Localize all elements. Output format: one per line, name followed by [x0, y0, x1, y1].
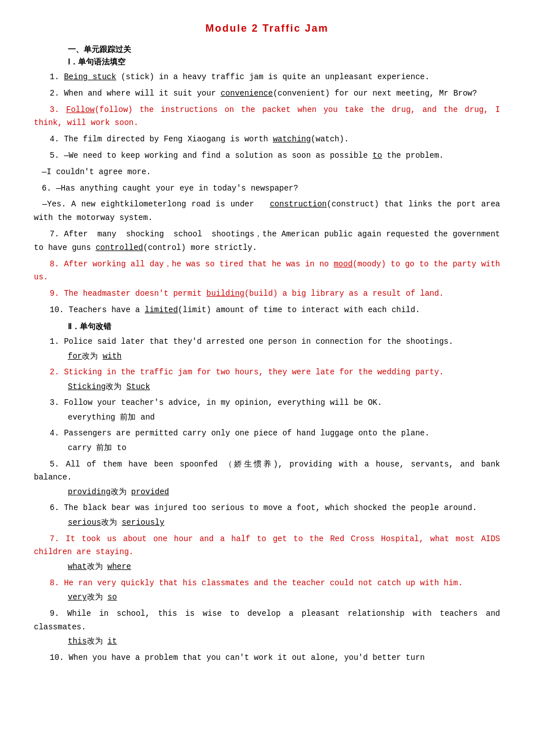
list-item: 1. Being stuck (stick) in a heavy traffi…: [34, 71, 500, 84]
correction-line: serious改为 seriously: [68, 516, 500, 529]
list-item: 6. —Has anything caught your eye in toda…: [34, 182, 500, 196]
list-item: 5. —We need to keep working and find a s…: [34, 149, 500, 163]
section2-subheader: Ⅱ．单句改错: [68, 322, 500, 332]
section2-items: 1. Police said later that they'd arreste…: [34, 335, 500, 665]
correction-line: this改为 it: [68, 635, 500, 647]
list-item: —Yes. A new eightkilometerlong road is u…: [34, 198, 500, 225]
correction-line: everything 前加 and: [68, 411, 500, 424]
page-title: Module 2 Traffic Jam: [34, 23, 500, 34]
section1-header: 一、单元跟踪过关: [68, 45, 500, 55]
list-item: 9. The headmaster doesn't permit buildin…: [34, 287, 500, 301]
list-item: 5. All of them have been spoonfed （娇生惯养)…: [34, 458, 500, 485]
list-item: 7. After many shocking school shootings，…: [34, 228, 500, 255]
list-item: 3. Follow(follow) the instructions on th…: [34, 103, 500, 131]
correction-line: Sticking改为 Stuck: [68, 381, 500, 393]
correction-line: what改为 where: [68, 560, 500, 573]
list-item: 4. Passengers are permitted carry only o…: [34, 427, 500, 440]
list-item: 2. Sticking in the traffic jam for two h…: [34, 366, 500, 379]
correction-line: very改为 so: [68, 591, 500, 603]
section1-subheader: Ⅰ．单句语法填空: [68, 57, 500, 67]
list-item: 7. It took us about one hour and a half …: [34, 533, 500, 560]
list-item: 8. After working all day，he was so tired…: [34, 258, 500, 285]
list-item: 1. Police said later that they'd arreste…: [34, 335, 500, 349]
list-item: 3. Follow your teacher's advice, in my o…: [34, 396, 500, 410]
correction-line: carry 前加 to: [68, 442, 500, 454]
list-item: 2. When and where will it suit your conv…: [34, 87, 500, 101]
list-item: 10. When you have a problem that you can…: [34, 651, 500, 665]
list-item: 4. The film directed by Feng Xiaogang is…: [34, 133, 500, 146]
correction-line: for改为 with: [68, 350, 500, 362]
list-item: 9. While in school, this is wise to deve…: [34, 607, 500, 634]
correction-line: providing改为 provided: [68, 486, 500, 498]
list-item: —I couldn't agree more.: [34, 166, 500, 179]
list-item: 6. The black bear was injured too seriou…: [34, 502, 500, 515]
list-item: 8. He ran very quickly that his classmat…: [34, 577, 500, 590]
list-item: 10. Teachers have a limited(limit) amoun…: [34, 304, 500, 317]
section1-items: 1. Being stuck (stick) in a heavy traffi…: [34, 71, 500, 317]
